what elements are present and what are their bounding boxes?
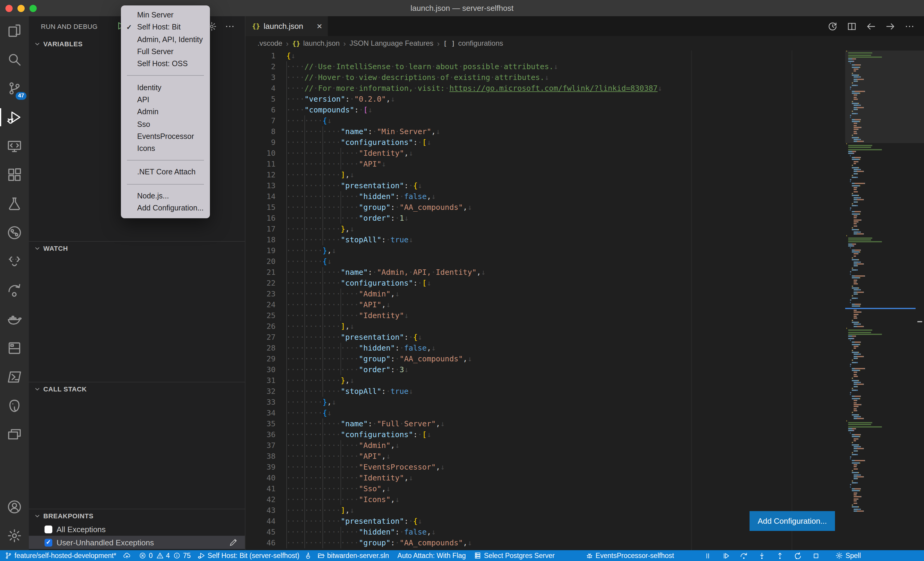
code-line[interactable]: 29················"group":·"AA_compounds… [245,353,845,364]
code-line[interactable]: 10················"Identity",↓ [245,148,845,159]
menu-item-min-server[interactable]: Min Server [121,9,210,21]
menu-item-node-js[interactable]: Node.js... [121,190,210,202]
line-number[interactable]: 17 [245,224,276,235]
code-line[interactable]: 21············"name":·"Admin,·API,·Ident… [245,267,845,278]
code-line[interactable]: 37················"Admin",↓ [245,440,845,451]
activity-item-run-and-debug[interactable] [0,103,29,132]
line-number[interactable]: 14 [245,191,276,202]
menu-item-admin[interactable]: Admin [121,106,210,118]
code-line[interactable]: 41················"Sso",↓ [245,483,845,494]
code-line[interactable]: 7········{↓ [245,115,845,126]
debug-step-over-button[interactable] [740,552,748,560]
code-line[interactable]: 4····//·For·more·information,·visit:·htt… [245,83,845,94]
code-line[interactable]: 30················"order":·3↓ [245,364,845,375]
line-number[interactable]: 26 [245,321,276,332]
debug-continue-button[interactable] [722,552,730,560]
section-header-watch[interactable]: WATCH [29,242,245,255]
line-number[interactable]: 10 [245,148,276,159]
activity-item-live-share[interactable] [0,276,29,305]
code-line[interactable]: 18············"stopAll":·true↓ [245,235,845,245]
breakpoint-row[interactable]: ✓User-Unhandled Exceptions [29,536,245,549]
code-line[interactable]: 23················"Admin",↓ [245,289,845,299]
activity-item-git-graph[interactable] [0,218,29,247]
breadcrumb-item[interactable]: [ ]configurations [443,39,503,48]
line-number[interactable]: 1 [245,51,276,61]
line-number[interactable]: 6 [245,105,276,115]
code-line[interactable]: 28················"hidden":·false,↓ [245,343,845,353]
code-editor[interactable]: 1{↓2····//·Use·IntelliSense·to·learn·abo… [245,51,845,550]
code-line[interactable]: 42················"Icons",↓ [245,494,845,505]
code-line[interactable]: 34········{↓ [245,408,845,419]
code-line[interactable]: 33········},↓ [245,397,845,408]
menu-item-add-configuration[interactable]: Add Configuration... [121,202,210,214]
activity-item-braces-extension[interactable] [0,247,29,276]
line-number[interactable]: 34 [245,408,276,419]
line-number[interactable]: 9 [245,137,276,148]
line-number[interactable]: 24 [245,299,276,310]
status-75[interactable]: 75 [173,552,191,559]
line-number[interactable]: 46 [245,537,276,548]
code-line[interactable]: 20········{↓ [245,256,845,267]
code-line[interactable]: 11················"API"↓ [245,159,845,169]
code-line[interactable]: 40················"Identity",↓ [245,473,845,483]
activity-item-remote-explorer[interactable] [0,132,29,160]
activity-item-source-control[interactable]: 47 [0,74,29,103]
breakpoint-checkbox[interactable] [45,525,52,533]
section-header-call-stack[interactable]: CALL STACK [29,382,245,396]
line-number[interactable]: 3 [245,72,276,83]
line-number[interactable]: 11 [245,159,276,169]
arrow-right-icon[interactable] [885,21,895,31]
code-line[interactable]: 5····"version":·"0.2.0",↓ [245,94,845,105]
line-number[interactable]: 8 [245,126,276,137]
breakpoint-row[interactable]: All Exceptions [29,522,245,536]
debug-pause-button[interactable] [704,552,712,560]
close-window-button[interactable] [5,5,13,12]
status-spell-checker[interactable]: Spell [836,552,861,559]
menu-item-sso[interactable]: Sso [121,118,210,130]
activity-item-extensions[interactable] [0,160,29,189]
breadcrumb-item[interactable]: JSON Language Features [350,39,434,48]
line-number[interactable]: 30 [245,364,276,375]
line-number[interactable]: 41 [245,483,276,494]
menu-item-self-host-bit[interactable]: ✓Self Host: Bit [121,21,210,34]
line-number[interactable]: 36 [245,429,276,440]
activity-item-database[interactable] [0,334,29,363]
code-line[interactable]: 8············"name":·"Min·Server",↓ [245,126,845,137]
line-number[interactable]: 43 [245,505,276,516]
line-number[interactable]: 18 [245,235,276,245]
code-line[interactable]: 3····//·Hover·to·view·descriptions·of·ex… [245,72,845,83]
line-number[interactable]: 40 [245,473,276,483]
menu-item-identity[interactable]: Identity [121,81,210,94]
activity-item-windows-layout[interactable] [0,420,29,449]
line-number[interactable]: 39 [245,462,276,473]
line-number[interactable]: 22 [245,278,276,289]
code-line[interactable]: 32············"stopAll":·true↓ [245,386,845,397]
line-number[interactable]: 2 [245,61,276,72]
tab-launch-json[interactable]: {} launch.json ✕ [245,16,328,36]
line-number[interactable]: 19 [245,245,276,256]
status-bitwarden-server-sln[interactable]: bitwarden-server.sln [318,552,389,559]
code-line[interactable]: 13············"presentation":·{↓ [245,180,845,191]
views-more-icon[interactable] [224,21,235,31]
code-line[interactable]: 12············],↓ [245,169,845,180]
line-number[interactable]: 20 [245,256,276,267]
section-header-breakpoints[interactable]: BREAKPOINTS [29,509,245,522]
line-number[interactable]: 28 [245,343,276,353]
code-line[interactable]: 31············},↓ [245,375,845,386]
line-number[interactable]: 5 [245,94,276,105]
activity-item-testing[interactable] [0,189,29,218]
minimize-window-button[interactable] [18,5,25,12]
zoom-window-button[interactable] [30,5,37,12]
line-number[interactable]: 27 [245,332,276,343]
more-icon[interactable] [905,21,914,31]
code-line[interactable]: 16················"order":·1↓ [245,213,845,224]
code-line[interactable]: 9············"configurations":·[↓ [245,137,845,148]
code-line[interactable]: 25················"Identity"↓ [245,310,845,321]
line-number[interactable]: 21 [245,267,276,278]
code-line[interactable]: 19········},↓ [245,245,845,256]
line-number[interactable]: 44 [245,516,276,527]
menu-item-net-core-attach[interactable]: .NET Core Attach [121,166,210,179]
line-number[interactable]: 29 [245,353,276,364]
code-line[interactable]: 15················"group":·"AA_compounds… [245,202,845,213]
split-editor-icon[interactable] [847,21,856,31]
